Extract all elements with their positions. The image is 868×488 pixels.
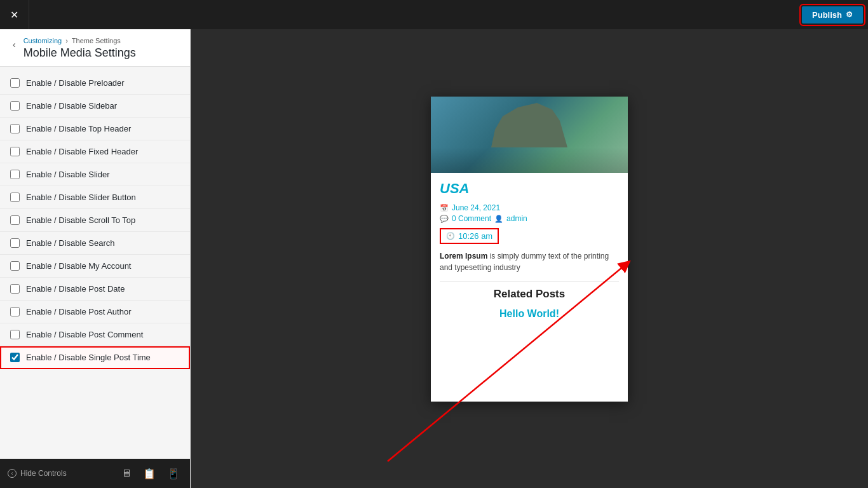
- checkbox-fixed-header[interactable]: [10, 147, 20, 156]
- checkbox-slider-button[interactable]: [10, 193, 20, 202]
- label-post-comment: Enable / Disable Post Comment: [26, 330, 143, 339]
- page-title: Mobile Media Settings: [24, 46, 180, 60]
- arrow-icon: ‹: [8, 469, 17, 478]
- preview-content: USA 📅 June 24, 2021 💬 0 Comment 👤 admin …: [431, 173, 628, 327]
- hide-controls-button[interactable]: ‹ Hide Controls: [8, 469, 67, 478]
- checkbox-post-comment[interactable]: [10, 330, 20, 339]
- post-time-box: 🕙 10:26 am: [440, 228, 499, 244]
- checkbox-single-post-time[interactable]: [10, 353, 20, 362]
- checkbox-sidebar[interactable]: [10, 101, 20, 111]
- checkbox-preloader[interactable]: [10, 78, 20, 88]
- label-post-author: Enable / Disable Post Author: [26, 307, 132, 316]
- close-button[interactable]: ✕: [0, 0, 29, 29]
- setting-item-single-post-time[interactable]: Enable / Disable Single Post Time: [0, 346, 190, 369]
- label-scroll-to-top: Enable / Disable Scroll To Top: [26, 215, 135, 225]
- post-time: 10:26 am: [458, 231, 492, 241]
- setting-item-preloader[interactable]: Enable / Disable Preloader: [0, 72, 190, 95]
- preview-image: [431, 97, 628, 173]
- tablet-view-icon[interactable]: 📋: [140, 466, 158, 481]
- post-comment-line: 💬 0 Comment 👤 admin: [440, 214, 619, 223]
- post-meta: 📅 June 24, 2021 💬 0 Comment 👤 admin: [440, 203, 619, 223]
- view-icons: 🖥 📋 📱: [119, 466, 182, 481]
- clock-icon: 🕙: [446, 232, 455, 240]
- comment-icon: 💬: [440, 215, 449, 223]
- setting-item-slider-button[interactable]: Enable / Disable Slider Button: [0, 186, 190, 209]
- post-comment: 0 Comment: [452, 214, 491, 223]
- setting-item-post-comment[interactable]: Enable / Disable Post Comment: [0, 323, 190, 346]
- hide-controls-label: Hide Controls: [20, 469, 67, 478]
- post-date-line: 📅 June 24, 2021: [440, 203, 619, 212]
- preview-area: USA 📅 June 24, 2021 💬 0 Comment 👤 admin …: [191, 29, 868, 488]
- related-post-link[interactable]: Hello World!: [440, 308, 619, 320]
- sidebar-header: ‹ Customizing › Theme Settings Mobile Me…: [0, 29, 190, 67]
- setting-item-search[interactable]: Enable / Disable Search: [0, 232, 190, 255]
- label-slider-button: Enable / Disable Slider Button: [26, 193, 136, 202]
- post-author: admin: [506, 214, 527, 223]
- divider: [440, 281, 619, 281]
- calendar-icon: 📅: [440, 204, 449, 212]
- close-icon: ✕: [10, 9, 18, 21]
- bottom-bar: ‹ Hide Controls 🖥 📋 📱: [0, 459, 190, 488]
- publish-button[interactable]: Publish ⚙: [802, 6, 863, 24]
- related-posts-title: Related Posts: [440, 288, 619, 301]
- checkbox-post-author[interactable]: [10, 307, 20, 316]
- label-post-date: Enable / Disable Post Date: [26, 284, 125, 294]
- publish-label: Publish: [812, 10, 842, 20]
- label-search: Enable / Disable Search: [26, 238, 114, 248]
- label-fixed-header: Enable / Disable Fixed Header: [26, 147, 138, 156]
- setting-item-post-author[interactable]: Enable / Disable Post Author: [0, 301, 190, 323]
- top-bar: ✕ Publish ⚙: [0, 0, 868, 29]
- mobile-preview: USA 📅 June 24, 2021 💬 0 Comment 👤 admin …: [431, 97, 628, 402]
- cliff-shape: [491, 103, 567, 147]
- label-single-post-time: Enable / Disable Single Post Time: [26, 353, 151, 362]
- sidebar-panel: ‹ Customizing › Theme Settings Mobile Me…: [0, 29, 191, 488]
- setting-item-my-account[interactable]: Enable / Disable My Account: [0, 255, 190, 278]
- checkbox-post-date[interactable]: [10, 284, 20, 294]
- breadcrumb-separator: ›: [65, 37, 68, 44]
- breadcrumb-customizing[interactable]: Customizing: [24, 37, 62, 44]
- post-date: June 24, 2021: [452, 203, 500, 212]
- setting-item-post-date[interactable]: Enable / Disable Post Date: [0, 278, 190, 301]
- mobile-view-icon[interactable]: 📱: [165, 466, 182, 481]
- author-icon: 👤: [494, 215, 503, 223]
- checkbox-my-account[interactable]: [10, 261, 20, 271]
- label-preloader: Enable / Disable Preloader: [26, 78, 125, 88]
- breadcrumb-area: Customizing › Theme Settings Mobile Medi…: [24, 37, 180, 60]
- setting-item-sidebar[interactable]: Enable / Disable Sidebar: [0, 95, 190, 118]
- desktop-view-icon[interactable]: 🖥: [119, 466, 134, 481]
- label-slider: Enable / Disable Slider: [26, 170, 110, 179]
- checkbox-top-header[interactable]: [10, 124, 20, 133]
- post-title: USA: [440, 180, 619, 197]
- gear-icon: ⚙: [846, 10, 853, 19]
- checkbox-slider[interactable]: [10, 170, 20, 179]
- checkbox-scroll-to-top[interactable]: [10, 215, 20, 225]
- post-excerpt: Lorem Ipsum is simply dummy text of the …: [440, 250, 619, 273]
- breadcrumb-theme: Theme Settings: [72, 37, 121, 44]
- back-button[interactable]: ‹: [10, 38, 18, 51]
- excerpt-bold: Lorem Ipsum: [440, 252, 487, 261]
- breadcrumb: Customizing › Theme Settings: [24, 37, 180, 44]
- label-sidebar: Enable / Disable Sidebar: [26, 101, 117, 111]
- label-top-header: Enable / Disable Top Header: [26, 124, 131, 133]
- setting-item-scroll-to-top[interactable]: Enable / Disable Scroll To Top: [0, 209, 190, 232]
- setting-item-fixed-header[interactable]: Enable / Disable Fixed Header: [0, 140, 190, 163]
- setting-item-slider[interactable]: Enable / Disable Slider: [0, 163, 190, 186]
- checkbox-search[interactable]: [10, 238, 20, 248]
- setting-item-top-header[interactable]: Enable / Disable Top Header: [0, 118, 190, 140]
- label-my-account: Enable / Disable My Account: [26, 261, 131, 271]
- settings-list: Enable / Disable PreloaderEnable / Disab…: [0, 67, 190, 459]
